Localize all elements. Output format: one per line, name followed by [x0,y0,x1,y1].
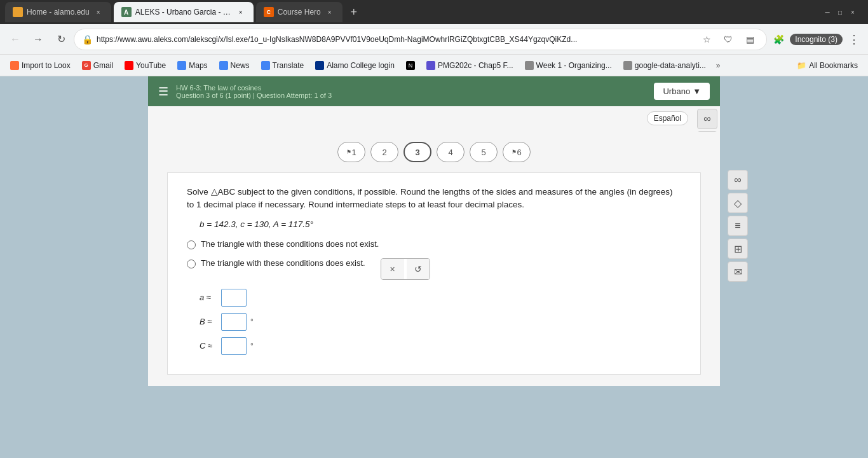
question-nav-1[interactable]: ⚑1 [337,142,365,162]
refresh-button[interactable]: ↻ [51,29,71,50]
sidebar-tool-infinity[interactable]: ∞ [728,170,748,190]
clear-button[interactable]: × [381,259,404,279]
back-button[interactable]: ← [5,29,25,50]
input-group-B: B ≈ ° [200,313,681,331]
option-row-2: The triangle with these conditions does … [187,258,681,280]
extensions-icon[interactable]: 🧩 [770,31,787,48]
bookmark-label-maps: Maps [189,61,207,70]
hw-label: HW 6-3: The law of cosines [176,84,332,92]
notion-icon: N [406,61,415,70]
bookmark-loox[interactable]: Import to Loox [5,59,76,73]
sidebar-tool-grid[interactable]: ⊞ [728,239,748,259]
tab-aleks[interactable]: A ALEKS - Urbano Garcia - HW 6-... × [114,2,254,22]
bookmark-label-google-data: google-data-analyti... [635,61,706,70]
tab-favicon-aleks: A [121,7,132,17]
option-text-2: The triangle with these conditions does … [201,258,365,268]
radio-option-1[interactable] [187,240,196,249]
sidebar-tool-list[interactable]: ≡ [728,216,748,236]
shield-icon[interactable]: 🛡 [719,31,737,48]
address-bar[interactable]: 🔒 https://www.awu.aleks.com/alekscgi/x/I… [74,29,767,50]
bookmark-maps[interactable]: Maps [172,59,212,73]
bookmark-translate[interactable]: Translate [256,59,309,73]
loox-icon [10,61,19,70]
aleks-header-left: ☰ HW 6-3: The law of cosines Question 3 … [158,84,332,99]
tab-title-hero: Course Hero [278,8,321,17]
tab-title-aleks: ALEKS - Urbano Garcia - HW 6-... [135,8,232,17]
gmail-icon: G [82,61,91,70]
input-group-C: C ≈ ° [200,337,681,355]
bookmark-pmg[interactable]: PMG202c - Chap5 F... [421,59,519,73]
question-nav-3[interactable]: 3 [403,142,431,162]
tab-favicon-home [13,7,23,17]
tab-title-home: Home - alamo.edu [27,8,90,17]
tab-favicon-hero: C [264,7,274,17]
action-buttons: × ↺ [381,258,430,280]
aleks-header: ☰ HW 6-3: The law of cosines Question 3 … [148,76,720,106]
maps-icon [177,61,186,70]
bookmark-star-icon[interactable]: ☆ [698,31,715,48]
alamo-icon [315,61,324,70]
minimize-button[interactable]: ─ [822,7,832,17]
aleks-main-wrapper: ☰ HW 6-3: The law of cosines Question 3 … [148,76,720,386]
degree-C: ° [250,342,254,350]
bookmark-news[interactable]: News [214,59,255,73]
bookmark-label-translate: Translate [273,61,304,70]
input-C[interactable] [221,337,247,355]
forward-button[interactable]: → [28,29,48,50]
bookmark-google-data[interactable]: google-data-analyti... [618,59,711,73]
question-instruction: Solve △ABC subject to the given conditio… [187,186,681,212]
bookmark-alamo[interactable]: Alamo College login [310,59,400,73]
browser-menu-button[interactable]: ⋮ [845,31,863,48]
all-bookmarks-label: All Bookmarks [809,61,858,70]
espanol-button[interactable]: Español [647,111,688,125]
question-nav-5[interactable]: 5 [470,142,498,162]
tab-close-hero[interactable]: × [325,7,335,17]
question-nav-2[interactable]: 2 [370,142,398,162]
more-bookmarks-button[interactable]: » [712,59,724,73]
aleks-content-area: ⚑1 2 3 4 5 ⚑6 Solve △ABC subject to the … [148,132,720,386]
input-label-B: B ≈ [200,317,217,326]
reader-mode-icon[interactable]: ▤ [741,31,759,48]
close-button[interactable]: × [848,7,858,17]
dropdown-arrow-icon: ▼ [693,87,701,96]
bookmark-gmail[interactable]: G Gmail [77,59,118,73]
youtube-icon [125,61,133,70]
input-a[interactable] [221,289,247,307]
all-bookmarks-button[interactable]: 📁 All Bookmarks [792,59,863,73]
new-tab-button[interactable]: + [345,3,363,21]
radio-option-2[interactable] [187,260,196,268]
google-data-icon [623,61,632,70]
sidebar-tool-mail[interactable]: ✉ [728,261,748,282]
input-group-a: a ≈ [200,289,681,307]
bookmark-week1[interactable]: Week 1 - Organizing... [520,59,617,73]
translate-icon [261,61,270,70]
question-area: Solve △ABC subject to the given conditio… [167,172,701,375]
hamburger-menu[interactable]: ☰ [158,85,168,99]
bookmarks-bar: Import to Loox G Gmail YouTube Maps News… [0,55,868,76]
tool-infinity[interactable]: ∞ [697,109,717,129]
pmg-icon [426,61,435,70]
bookmark-label-pmg: PMG202c - Chap5 F... [438,61,513,70]
reset-button[interactable]: ↺ [407,259,430,279]
tab-close-aleks[interactable]: × [236,7,246,17]
bookmark-notion[interactable]: N [401,59,420,73]
question-navigation: ⚑1 2 3 4 5 ⚑6 [148,132,720,172]
flag-icon-6: ⚑ [512,149,517,155]
user-menu-button[interactable]: Urbano ▼ [654,83,710,100]
given-conditions: b = 142.3, c = 130, A = 117.5° [200,219,681,229]
sidebar-tool-diamond[interactable]: ◇ [728,193,748,213]
tab-close-home[interactable]: × [93,7,104,17]
incognito-badge: Incognito (3) [790,34,843,45]
tab-home[interactable]: Home - alamo.edu × [5,2,111,22]
input-B[interactable] [221,313,247,331]
security-icon: 🔒 [82,34,93,45]
flag-icon-1: ⚑ [346,149,351,155]
question-nav-6[interactable]: ⚑6 [503,142,531,162]
bookmark-youtube[interactable]: YouTube [119,59,171,73]
question-nav-4[interactable]: 4 [437,142,465,162]
maximize-button[interactable]: □ [835,7,845,17]
tab-hero[interactable]: C Course Hero × [256,2,342,22]
page-content: ☰ HW 6-3: The law of cosines Question 3 … [0,76,868,458]
input-label-a: a ≈ [200,293,217,302]
bookmark-label-loox: Import to Loox [22,61,71,70]
